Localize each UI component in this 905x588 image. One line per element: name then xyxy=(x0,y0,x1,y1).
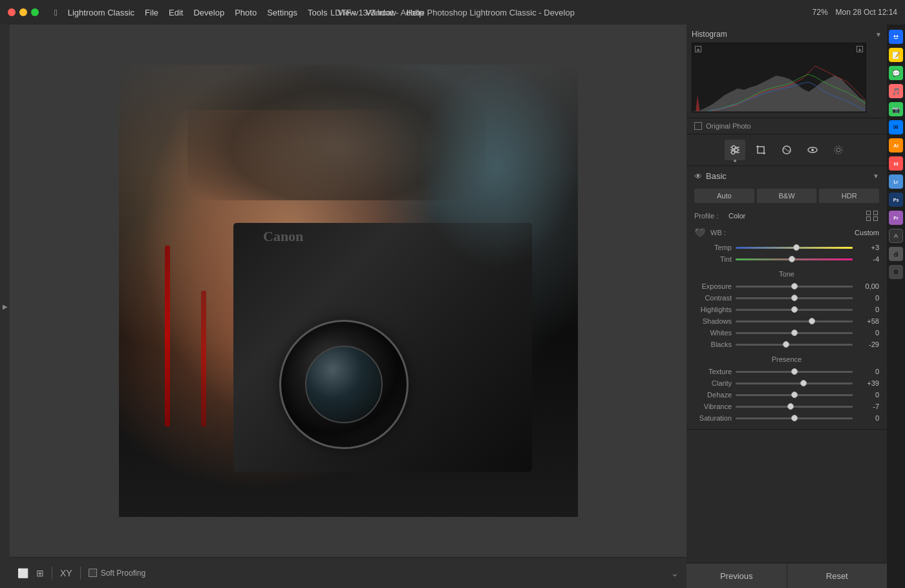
left-sidebar-toggle[interactable]: ▶ xyxy=(3,303,8,310)
blacks-thumb[interactable] xyxy=(783,341,789,348)
adobe-lr-icon[interactable]: Lr xyxy=(889,174,903,189)
soft-proofing-toggle[interactable]: Soft Proofing xyxy=(89,569,145,578)
presence-section-title: Presence xyxy=(687,350,887,366)
menu-file[interactable]: File xyxy=(145,8,158,17)
previous-button[interactable]: Previous xyxy=(687,563,787,588)
strap-accent xyxy=(165,246,170,426)
dehaze-track[interactable] xyxy=(736,394,853,396)
wb-row: 🖤 WB : Custom xyxy=(687,224,887,242)
toolbar-separator-1 xyxy=(52,567,52,580)
vibrance-track[interactable] xyxy=(736,406,853,408)
whites-track[interactable] xyxy=(736,332,853,334)
hdr-button[interactable]: HDR xyxy=(819,189,879,203)
exposure-track[interactable] xyxy=(736,286,853,288)
menu-settings[interactable]: Settings xyxy=(267,8,297,17)
crop-tool[interactable] xyxy=(751,140,771,160)
temp-track[interactable] xyxy=(736,247,853,249)
basic-adjustments-tool[interactable] xyxy=(725,140,745,160)
adobe-ai-icon[interactable]: Ai xyxy=(889,138,903,152)
whites-thumb[interactable] xyxy=(791,330,798,336)
clarity-track[interactable] xyxy=(736,383,853,384)
profile-grid-icon[interactable] xyxy=(866,211,879,221)
notes-icon[interactable]: 📝 xyxy=(889,48,903,62)
menu-lightroom[interactable]: Lightroom Classic xyxy=(68,8,134,17)
misc-icon[interactable]: ⚙ xyxy=(889,265,903,279)
menu-photo[interactable]: Photo xyxy=(235,8,257,17)
saturation-track[interactable] xyxy=(736,417,853,419)
adobe-pr-icon[interactable]: Pr xyxy=(889,211,903,225)
bw-button[interactable]: B&W xyxy=(757,189,817,203)
highlights-thumb[interactable] xyxy=(791,306,798,313)
sort-icon[interactable]: XY xyxy=(60,568,72,578)
masking-icon xyxy=(781,144,793,156)
basic-panel: 👁 Basic ▼ Auto B&W HDR Profile : Color xyxy=(687,166,887,430)
photo-inner: Canon xyxy=(119,65,578,517)
adobe-id-icon[interactable]: Id xyxy=(889,156,903,171)
print-icon[interactable]: 🖨 xyxy=(889,247,903,261)
temp-thumb[interactable] xyxy=(793,244,800,251)
minimize-button[interactable] xyxy=(19,8,27,16)
exposure-thumb[interactable] xyxy=(791,283,798,289)
clarity-slider-row: Clarity +39 xyxy=(687,377,887,389)
vibrance-value: -7 xyxy=(857,403,879,410)
photos-icon[interactable]: 🎵 xyxy=(889,84,903,98)
highlights-track[interactable] xyxy=(736,309,853,311)
histogram-svg xyxy=(692,43,866,112)
apple-menu[interactable]:  xyxy=(54,8,58,17)
original-photo-label: Original Photo xyxy=(706,122,751,130)
maximize-button[interactable] xyxy=(31,8,39,16)
tools-row xyxy=(687,134,887,166)
sliders-icon xyxy=(729,144,741,156)
strap-accent-2 xyxy=(201,291,206,426)
original-photo-checkbox[interactable] xyxy=(694,122,702,130)
close-button[interactable] xyxy=(8,8,16,16)
temp-slider-row: Temp +3 xyxy=(687,242,887,253)
menu-tools[interactable]: Tools xyxy=(308,8,327,17)
clarity-thumb[interactable] xyxy=(800,380,807,386)
grid-icon[interactable]: ⊞ xyxy=(36,568,44,578)
menu-develop[interactable]: Develop xyxy=(193,8,224,17)
tint-thumb[interactable] xyxy=(789,256,795,262)
reset-button[interactable]: Reset xyxy=(787,563,888,588)
eyedropper-icon[interactable]: 🖤 xyxy=(694,227,705,238)
basic-panel-visibility[interactable]: 👁 xyxy=(694,172,702,181)
saturation-thumb[interactable] xyxy=(791,415,798,421)
adobe-ps-icon[interactable]: Ps xyxy=(889,193,903,207)
blacks-track[interactable] xyxy=(736,344,853,346)
dehaze-thumb[interactable] xyxy=(791,392,798,398)
masking-tool[interactable] xyxy=(776,140,797,160)
mail-icon[interactable]: ✉ xyxy=(889,120,903,134)
facetime-icon[interactable]: 📷 xyxy=(889,102,903,116)
texture-thumb[interactable] xyxy=(791,368,798,375)
finder-icon[interactable] xyxy=(889,30,903,44)
redeye-tool[interactable] xyxy=(802,140,823,160)
menu-edit[interactable]: Edit xyxy=(169,8,183,17)
svg-point-15 xyxy=(897,36,899,37)
shadows-thumb[interactable] xyxy=(809,318,815,324)
exposure-label: Exposure xyxy=(694,282,732,290)
contrast-track[interactable] xyxy=(736,297,853,299)
soft-proofing-label: Soft Proofing xyxy=(101,569,145,578)
histogram-section: Histogram ▼ ▲ ▲ xyxy=(687,25,887,118)
font-icon[interactable]: A xyxy=(889,229,903,243)
texture-label: Texture xyxy=(694,368,732,375)
soft-proofing-checkbox[interactable] xyxy=(89,569,97,577)
profile-label: Profile : xyxy=(694,212,723,220)
grid-dot-1 xyxy=(866,211,871,215)
tint-track[interactable] xyxy=(736,258,853,260)
basic-panel-collapse[interactable]: ▼ xyxy=(873,173,879,180)
histogram-collapse[interactable]: ▼ xyxy=(875,31,882,38)
messages-icon[interactable]: 💬 xyxy=(889,66,903,80)
view-icon[interactable]: ⬜ xyxy=(17,568,28,578)
geometry-tool[interactable] xyxy=(828,140,849,160)
wb-value[interactable]: Custom xyxy=(855,229,879,236)
contrast-thumb[interactable] xyxy=(791,295,798,301)
vibrance-thumb[interactable] xyxy=(787,403,794,410)
clock: Mon 28 Oct 12:14 xyxy=(836,8,897,17)
texture-track[interactable] xyxy=(736,371,853,373)
toolbar-expand-icon[interactable]: ⌄ xyxy=(671,568,679,578)
auto-button[interactable]: Auto xyxy=(694,189,754,203)
shadows-track[interactable] xyxy=(736,320,853,322)
clarity-label: Clarity xyxy=(694,379,732,387)
profile-value[interactable]: Color xyxy=(729,212,745,220)
